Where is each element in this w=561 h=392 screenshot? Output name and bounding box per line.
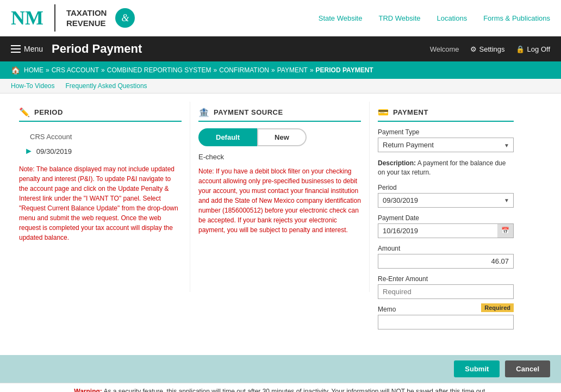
- menu-button[interactable]: Menu: [11, 45, 43, 53]
- period-date-value: 09/30/2019: [36, 147, 72, 155]
- menu-label: Menu: [24, 45, 43, 53]
- logo-tagline-line1: TAXATION: [66, 8, 107, 18]
- how-to-videos-link[interactable]: How-To Videos: [11, 82, 54, 90]
- period-arrow-icon: ►: [24, 146, 33, 156]
- breadcrumb-combined-reporting[interactable]: COMBINED REPORTING SYSTEM: [107, 66, 211, 74]
- breadcrumb-current: PERIOD PAYMENT: [316, 66, 373, 74]
- amount-input[interactable]: [378, 254, 514, 269]
- calendar-icon-button[interactable]: 📅: [497, 223, 514, 238]
- description-prefix: Description:: [378, 159, 416, 167]
- description-group: Description: A payment for the balance d…: [378, 159, 514, 177]
- logoff-button[interactable]: 🔒 Log Off: [516, 45, 550, 53]
- warning-label: Warning:: [74, 388, 102, 392]
- re-enter-wrapper: Required: [378, 284, 514, 299]
- payment-icon: 💳: [378, 107, 389, 117]
- period-panel: ✏️ PERIOD CRS Account ► 09/30/2019 Note:…: [11, 102, 190, 292]
- payment-date-input[interactable]: [378, 223, 514, 238]
- period-panel-header: ✏️ PERIOD: [19, 107, 182, 122]
- lock-icon: 🔒: [516, 45, 525, 53]
- payment-date-wrapper: 📅: [378, 223, 514, 238]
- nav-forms-publications[interactable]: Forms & Publications: [483, 14, 550, 22]
- toggle-new-button[interactable]: New: [257, 128, 307, 146]
- required-badge: Required: [481, 303, 514, 312]
- logo-area: NM TAXATION REVENUE &: [11, 4, 135, 32]
- amount-group: Amount: [378, 245, 514, 269]
- toggle-default-button[interactable]: Default: [198, 128, 257, 146]
- payment-source-header: 🏦 PAYMENT SOURCE: [198, 107, 361, 122]
- top-header: NM TAXATION REVENUE & State Website TRD …: [0, 0, 561, 36]
- main-nav-bar: Menu Period Payment Welcome ⚙ Settings 🔒…: [0, 36, 561, 61]
- settings-label: Settings: [479, 45, 505, 53]
- breadcrumb-home[interactable]: HOME: [24, 66, 43, 74]
- period-date-row: ► 09/30/2019: [24, 146, 182, 156]
- payment-type-label: Payment Type: [378, 128, 514, 136]
- payment-source-panel: 🏦 PAYMENT SOURCE Default New E-check Not…: [190, 102, 370, 292]
- welcome-text: Welcome: [430, 45, 459, 53]
- period-select-wrapper: 09/30/2019: [378, 193, 514, 208]
- logo-tagline-line2: REVENUE: [66, 18, 107, 29]
- period-account-label: CRS Account: [30, 133, 182, 141]
- period-select[interactable]: 09/30/2019: [378, 193, 514, 208]
- cancel-button[interactable]: Cancel: [505, 360, 550, 377]
- logo-divider: [54, 4, 55, 32]
- bottom-warning: Warning: As a security feature, this app…: [0, 383, 561, 392]
- breadcrumb: 🏠 HOME » CRS ACCOUNT » COMBINED REPORTIN…: [0, 61, 561, 79]
- main-content: ✏️ PERIOD CRS Account ► 09/30/2019 Note:…: [0, 94, 561, 350]
- re-enter-label: Re-Enter Amount: [378, 275, 514, 283]
- bank-icon: 🏦: [198, 107, 209, 117]
- page-title: Period Payment: [52, 42, 142, 56]
- re-enter-input[interactable]: [378, 284, 514, 299]
- warning-text: As a security feature, this application …: [102, 388, 487, 392]
- memo-input[interactable]: [378, 315, 514, 329]
- footer-bar: Submit Cancel: [0, 355, 561, 383]
- payment-panel: 💳 PAYMENT Payment Type Return Payment Ex…: [370, 102, 522, 341]
- re-enter-amount-group: Re-Enter Amount Required: [378, 275, 514, 299]
- period-note: Note: The balance displayed may not incl…: [19, 164, 182, 242]
- gear-icon: ⚙: [470, 45, 477, 53]
- submit-button[interactable]: Submit: [454, 360, 500, 377]
- payment-type-select-wrapper: Return Payment Extension Payment Estimat…: [378, 138, 514, 152]
- payment-panel-header: 💳 PAYMENT: [378, 107, 514, 122]
- echeck-label: E-check: [198, 153, 361, 161]
- nav-locations[interactable]: Locations: [437, 14, 467, 22]
- payment-panel-title: PAYMENT: [393, 108, 428, 116]
- main-nav-right: Welcome ⚙ Settings 🔒 Log Off: [430, 45, 550, 53]
- main-nav-left: Menu Period Payment: [11, 42, 142, 56]
- payment-source-note: Note: If you have a debit block filter o…: [198, 166, 361, 235]
- nav-state-website[interactable]: State Website: [319, 14, 363, 22]
- payment-source-title: PAYMENT SOURCE: [214, 108, 283, 116]
- home-icon: 🏠: [11, 66, 20, 74]
- hamburger-icon: [11, 45, 21, 53]
- sub-nav: How-To Videos Frequently Asked Questions: [0, 79, 561, 94]
- settings-button[interactable]: ⚙ Settings: [470, 45, 505, 53]
- logo-text-block: TAXATION REVENUE: [66, 8, 107, 29]
- edit-icon: ✏️: [19, 107, 30, 117]
- logoff-label: Log Off: [527, 45, 550, 53]
- payment-date-group: Payment Date 📅: [378, 214, 514, 238]
- payment-source-toggle: Default New: [198, 128, 361, 146]
- period-group: Period 09/30/2019: [378, 184, 514, 208]
- top-nav: State Website TRD Website Locations Form…: [319, 14, 550, 22]
- amount-label: Amount: [378, 245, 514, 252]
- logo-ampersand: &: [115, 8, 135, 28]
- period-field-label: Period: [378, 184, 514, 191]
- payment-type-select[interactable]: Return Payment Extension Payment Estimat…: [378, 138, 514, 152]
- breadcrumb-confirmation[interactable]: CONFIRMATION: [219, 66, 269, 74]
- payment-type-group: Payment Type Return Payment Extension Pa…: [378, 128, 514, 152]
- breadcrumb-payment[interactable]: PAYMENT: [277, 66, 308, 74]
- nav-trd-website[interactable]: TRD Website: [378, 14, 420, 22]
- breadcrumb-crs-account[interactable]: CRS ACCOUNT: [52, 66, 99, 74]
- period-panel-title: PERIOD: [34, 108, 63, 116]
- payment-date-label: Payment Date: [378, 214, 514, 222]
- description-text: Description: A payment for the balance d…: [378, 159, 514, 177]
- faq-link[interactable]: Frequently Asked Questions: [65, 82, 147, 90]
- logo-nm: NM: [11, 8, 43, 28]
